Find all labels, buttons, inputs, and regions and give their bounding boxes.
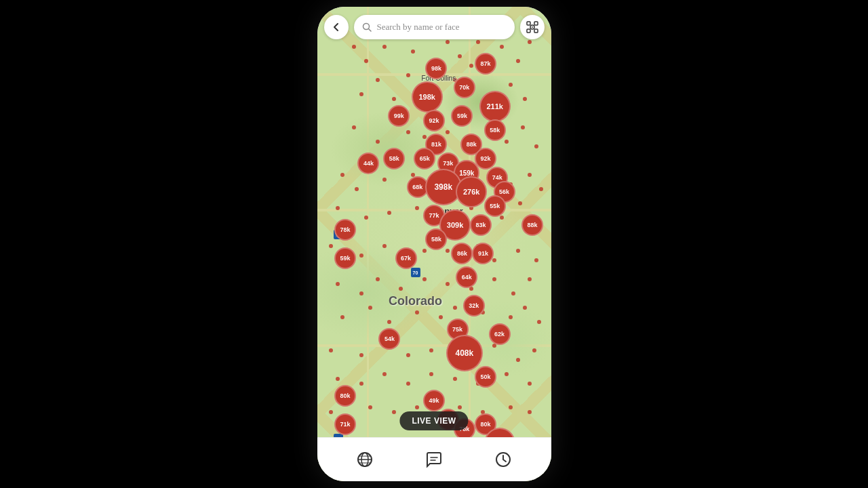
cluster-c33[interactable]: 67k bbox=[395, 247, 417, 269]
svg-rect-5 bbox=[534, 29, 538, 33]
cluster-c2[interactable]: 87k bbox=[475, 53, 496, 75]
cluster-c28[interactable]: 78k bbox=[334, 219, 356, 241]
history-button[interactable] bbox=[488, 445, 518, 474]
history-icon bbox=[494, 450, 513, 469]
cluster-c40[interactable]: 50k bbox=[475, 366, 496, 388]
face-scan-icon bbox=[526, 20, 539, 34]
top-bar: Search by name or face bbox=[317, 7, 551, 47]
cluster-c12[interactable]: 44k bbox=[357, 152, 379, 174]
cluster-c31[interactable]: 91k bbox=[472, 243, 494, 264]
phone-frame: Fort Collins Denver Colorado 70 70 285 2… bbox=[317, 7, 551, 481]
cluster-c42[interactable]: 49k bbox=[423, 390, 445, 411]
svg-rect-3 bbox=[534, 22, 538, 25]
cluster-c14[interactable]: 65k bbox=[414, 148, 435, 169]
cluster-c26[interactable]: 83k bbox=[470, 214, 492, 236]
cluster-c35[interactable]: 32k bbox=[463, 295, 485, 317]
chat-icon bbox=[425, 450, 443, 469]
cluster-c37[interactable]: 62k bbox=[489, 323, 511, 345]
cluster-c21[interactable]: 276k bbox=[456, 176, 487, 207]
chat-button[interactable] bbox=[419, 445, 449, 474]
cluster-c27[interactable]: 88k bbox=[521, 214, 543, 236]
cluster-c6[interactable]: 99k bbox=[388, 105, 410, 127]
cluster-c7[interactable]: 92k bbox=[423, 110, 445, 131]
search-placeholder: Search by name or face bbox=[377, 22, 460, 33]
cluster-c30[interactable]: 86k bbox=[451, 243, 473, 264]
cluster-c9[interactable]: 58k bbox=[484, 119, 506, 141]
search-bar[interactable]: Search by name or face bbox=[354, 15, 515, 39]
cluster-c4[interactable]: 70k bbox=[454, 77, 475, 98]
cluster-c8[interactable]: 59k bbox=[451, 105, 473, 127]
cluster-c29[interactable]: 58k bbox=[425, 228, 447, 250]
cluster-c13[interactable]: 58k bbox=[383, 148, 405, 169]
back-button[interactable] bbox=[324, 15, 349, 39]
cluster-c3[interactable]: 198k bbox=[412, 81, 443, 113]
svg-point-7 bbox=[532, 26, 533, 28]
map-area[interactable]: Fort Collins Denver Colorado 70 70 285 2… bbox=[317, 7, 551, 481]
cluster-c32[interactable]: 59k bbox=[334, 247, 356, 269]
bottom-bar bbox=[317, 437, 551, 481]
globe-button[interactable] bbox=[350, 445, 380, 474]
cluster-c24[interactable]: 55k bbox=[484, 195, 506, 217]
cluster-c38[interactable]: 54k bbox=[378, 328, 400, 350]
search-icon bbox=[362, 22, 372, 32]
cluster-c34[interactable]: 64k bbox=[456, 266, 477, 288]
cluster-c5[interactable]: 211k bbox=[479, 91, 511, 122]
cluster-c41[interactable]: 80k bbox=[334, 385, 356, 407]
face-scan-button[interactable] bbox=[520, 15, 545, 39]
cluster-c39[interactable]: 408k bbox=[446, 335, 483, 371]
globe-icon bbox=[355, 450, 374, 469]
highway-70-shield: 70 bbox=[411, 268, 420, 277]
svg-rect-2 bbox=[527, 22, 530, 25]
cluster-c46[interactable]: 71k bbox=[334, 413, 356, 435]
cluster-c1[interactable]: 98k bbox=[425, 58, 447, 79]
live-view-button[interactable]: LIVE VIEW bbox=[399, 411, 468, 430]
svg-line-1 bbox=[368, 29, 371, 32]
svg-rect-4 bbox=[527, 29, 530, 33]
